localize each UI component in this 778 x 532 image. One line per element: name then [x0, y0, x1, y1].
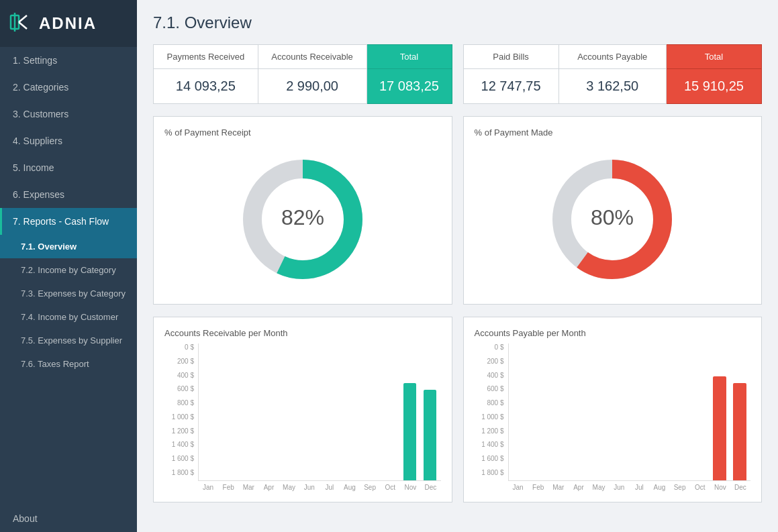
bar-chart-income-area: 1 800 $1 600 $1 400 $1 200 $1 000 $800 $…	[164, 343, 441, 491]
bar-col	[730, 383, 749, 480]
expense-summary-table: Paid Bills Accounts Payable Total 12 747…	[463, 44, 763, 104]
bar-chart-expense-labels: JanFebMarAprMayJunJulAugSepOctNovDec	[508, 484, 751, 491]
month-label: Feb	[528, 484, 548, 491]
month-label: Aug	[340, 484, 360, 491]
sidebar-sub-income-by-category[interactable]: 7.2. Income by Category	[0, 258, 137, 282]
y-axis-label: 200 $	[164, 358, 194, 365]
bar-chart-expense-title: Accounts Payable per Month	[475, 328, 751, 338]
donut-expense-panel: % of Payment Made 80%	[463, 116, 763, 305]
sidebar-item-reports-cashflow[interactable]: 7. Reports - Cash Flow	[0, 208, 137, 235]
sidebar-sub-taxes-report[interactable]: 7.6. Taxes Report	[0, 352, 137, 376]
y-axis-label: 1 200 $	[164, 427, 194, 435]
month-label: Mar	[238, 484, 258, 491]
y-axis-label: 400 $	[164, 372, 194, 379]
y-axis-label: 1 600 $	[475, 455, 504, 462]
bar-chart-income-title: Accounts Receivable per Month	[164, 328, 441, 338]
y-axis-label: 1 800 $	[475, 469, 504, 476]
month-label: Jul	[320, 484, 340, 491]
month-label: Jun	[299, 484, 320, 491]
bar-chart-income-labels: JanFebMarAprMayJunJulAugSepOctNovDec	[198, 484, 441, 491]
month-label: Oct	[690, 484, 710, 491]
income-col2-value: 2 990,00	[258, 69, 367, 104]
income-col3-header: Total	[367, 45, 452, 69]
y-axis-label: 400 $	[475, 372, 504, 379]
month-label: Sep	[360, 484, 380, 491]
logo-icon	[9, 10, 34, 37]
y-axis-label: 1 400 $	[475, 441, 504, 448]
bar-chart-income-bars	[198, 343, 441, 481]
donut-income-chart: 82%	[164, 146, 441, 293]
bar	[733, 383, 746, 480]
expense-col3-header: Total	[666, 45, 761, 69]
y-axis-label: 0 $	[164, 343, 194, 351]
expense-col1-value: 12 747,75	[463, 69, 558, 104]
donut-income-title: % of Payment Receipt	[164, 127, 441, 138]
main-content: 7.1. Overview Payments Received Accounts…	[137, 0, 778, 532]
expense-col3-value: 15 910,25	[666, 69, 761, 104]
bar-chart-expense-yaxis: 1 800 $1 600 $1 400 $1 200 $1 000 $800 $…	[475, 343, 508, 491]
expense-col1-header: Paid Bills	[463, 45, 558, 69]
month-label: Feb	[218, 484, 238, 491]
income-summary-table: Payments Received Accounts Receivable To…	[153, 44, 452, 104]
sidebar-item-customers[interactable]: 3. Customers	[0, 101, 137, 127]
month-label: Nov	[710, 484, 730, 491]
svg-line-2	[19, 15, 27, 22]
bar	[713, 376, 726, 480]
svg-text:80%: 80%	[591, 205, 634, 229]
sidebar-sub-expenses-by-supplier[interactable]: 7.5. Expenses by Supplier	[0, 329, 137, 352]
month-label: Dec	[730, 484, 750, 491]
sidebar-item-suppliers[interactable]: 4. Suppliers	[0, 127, 137, 154]
sidebar-item-income[interactable]: 5. Income	[0, 154, 137, 181]
month-label: Jan	[198, 484, 218, 491]
income-col1-header: Payments Received	[154, 45, 258, 69]
logo: ADNIA	[0, 0, 137, 47]
bar-col	[401, 383, 420, 480]
month-label: Aug	[649, 484, 669, 491]
svg-text:82%: 82%	[281, 205, 324, 229]
bar-charts-row: Accounts Receivable per Month 1 800 $1 6…	[153, 317, 762, 502]
month-label: Dec	[420, 484, 440, 491]
month-label: May	[589, 484, 609, 491]
sidebar-item-categories[interactable]: 2. Categories	[0, 74, 137, 101]
svg-line-3	[19, 22, 27, 29]
bar	[424, 390, 437, 480]
month-label: May	[279, 484, 299, 491]
logo-text: ADNIA	[39, 14, 97, 33]
expense-col2-header: Accounts Payable	[558, 45, 666, 69]
sidebar-sub-overview[interactable]: 7.1. Overview	[0, 235, 137, 258]
expense-col2-value: 3 162,50	[558, 69, 666, 104]
y-axis-label: 1 000 $	[475, 413, 504, 421]
month-label: Sep	[670, 484, 690, 491]
sidebar-item-about[interactable]: About	[0, 505, 137, 532]
sidebar-item-expenses[interactable]: 6. Expenses	[0, 181, 137, 208]
bar-chart-expense-panel: Accounts Payable per Month 1 800 $1 600 …	[463, 317, 763, 502]
bar-chart-expense-area: 1 800 $1 600 $1 400 $1 200 $1 000 $800 $…	[475, 343, 751, 491]
bar-chart-expense-graph: JanFebMarAprMayJunJulAugSepOctNovDec	[508, 343, 751, 491]
bar-col	[421, 390, 440, 480]
y-axis-label: 0 $	[475, 343, 504, 351]
income-col1-value: 14 093,25	[154, 69, 258, 104]
sidebar-sub-expenses-by-category[interactable]: 7.3. Expenses by Category	[0, 282, 137, 305]
y-axis-label: 1 800 $	[164, 469, 194, 476]
month-label: Jan	[508, 484, 528, 491]
y-axis-label: 600 $	[475, 385, 504, 392]
month-label: Jul	[629, 484, 649, 491]
y-axis-label: 600 $	[164, 385, 194, 392]
bar-chart-income-graph: JanFebMarAprMayJunJulAugSepOctNovDec	[198, 343, 441, 491]
donut-charts-row: % of Payment Receipt 82% % of Payment Ma…	[153, 116, 762, 305]
sidebar-item-settings[interactable]: 1. Settings	[0, 47, 137, 74]
income-col3-value: 17 083,25	[367, 69, 452, 104]
month-label: Nov	[400, 484, 420, 491]
y-axis-label: 800 $	[475, 399, 504, 407]
y-axis-label: 1 600 $	[164, 455, 194, 462]
y-axis-label: 800 $	[164, 399, 194, 407]
income-col2-header: Accounts Receivable	[258, 45, 367, 69]
sidebar: ADNIA 1. Settings 2. Categories 3. Custo…	[0, 0, 137, 532]
bar	[403, 383, 417, 480]
page-title: 7.1. Overview	[153, 13, 762, 32]
donut-expense-chart: 80%	[475, 146, 751, 293]
bar-chart-expense-bars	[508, 343, 751, 481]
sidebar-sub-income-by-customer[interactable]: 7.4. Income by Customer	[0, 305, 137, 329]
y-axis-label: 1 000 $	[164, 413, 194, 421]
y-axis-label: 1 400 $	[164, 441, 194, 448]
